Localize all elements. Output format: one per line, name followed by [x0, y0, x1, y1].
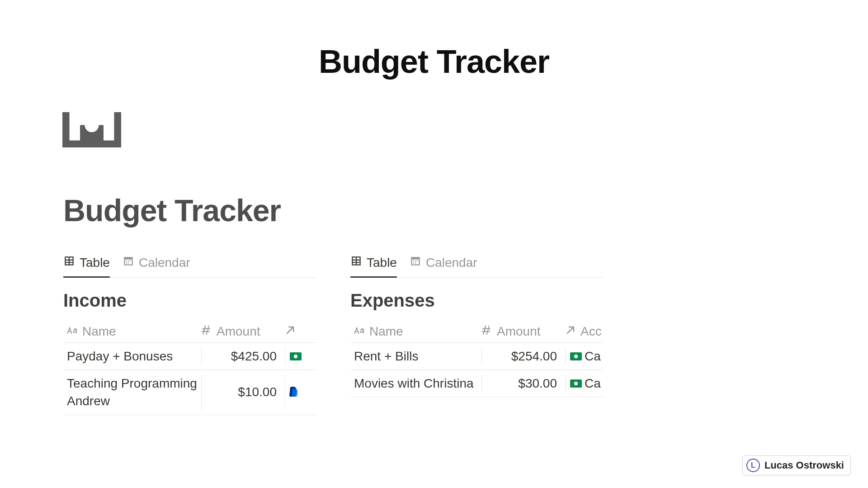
expenses-col-name[interactable]: Name [350, 324, 481, 339]
inbox-icon [62, 109, 121, 150]
page-icon[interactable] [62, 109, 868, 152]
page-title[interactable]: Budget Tracker [63, 193, 868, 228]
expenses-col-acc[interactable]: Acc [565, 324, 604, 339]
avatar: L [746, 459, 760, 472]
user-badge[interactable]: L Lucas Ostrowski [742, 455, 851, 475]
income-section-title: Income [63, 290, 316, 311]
income-row1-name: Teaching Programming Andrew [63, 374, 201, 410]
text-prop-icon [67, 324, 78, 339]
expenses-row1-name: Movies with Christina [350, 374, 481, 392]
income-row1-acc [285, 374, 316, 410]
main-title: Budget Tracker [0, 43, 868, 80]
income-header-row: Name Amount [63, 321, 316, 343]
text-prop-icon [354, 324, 365, 339]
number-prop-icon [201, 324, 212, 339]
table-row[interactable]: Teaching Programming Andrew $10.00 [63, 370, 316, 415]
income-block: Table Calendar Income Name [63, 255, 316, 415]
calendar-icon [410, 255, 421, 270]
income-view-tabs: Table Calendar [63, 255, 316, 278]
table-row[interactable]: Payday + Bonuses $425.00 [63, 343, 316, 370]
expenses-table: Name Amount Acc Rent + Bills $254. [350, 321, 604, 397]
expenses-row0-acc: Ca [565, 347, 604, 365]
expenses-view-tabs: Table Calendar [350, 255, 604, 278]
tab-calendar-label: Calendar [426, 256, 477, 270]
income-col-name[interactable]: Name [63, 324, 201, 339]
expenses-col-amount-label: Amount [497, 324, 541, 339]
expenses-col-amount[interactable]: Amount [481, 324, 565, 339]
expenses-col-acc-label: Acc [580, 324, 602, 339]
expenses-row0-name: Rent + Bills [350, 347, 481, 365]
tab-table[interactable]: Table [350, 255, 397, 278]
calendar-icon [123, 255, 134, 270]
table-row[interactable]: Movies with Christina $30.00 Ca [350, 370, 604, 397]
tab-table-label: Table [367, 256, 397, 270]
income-col-acc[interactable] [285, 324, 316, 339]
expenses-block: Table Calendar Expenses Name [350, 255, 604, 415]
tab-calendar-label: Calendar [139, 256, 190, 270]
expenses-col-name-label: Name [369, 324, 403, 339]
user-name-label: Lucas Ostrowski [764, 460, 844, 471]
paypal-icon [290, 387, 298, 398]
tab-calendar[interactable]: Calendar [410, 255, 477, 278]
cash-icon [570, 379, 582, 388]
cash-icon [570, 352, 582, 360]
income-table: Name Amount Payday + Bonuses $425.00 [63, 321, 316, 415]
expenses-row1-amount: $30.00 [481, 374, 565, 392]
income-col-name-label: Name [82, 324, 116, 339]
income-col-amount[interactable]: Amount [201, 324, 285, 339]
income-row1-amount: $10.00 [201, 374, 285, 410]
income-row0-name: Payday + Bonuses [63, 347, 201, 365]
income-row0-acc [285, 347, 316, 365]
relation-prop-icon [285, 324, 296, 339]
table-icon [350, 255, 362, 270]
expenses-section-title: Expenses [350, 290, 604, 311]
table-icon [63, 255, 75, 270]
expenses-row1-acc: Ca [565, 374, 604, 392]
expenses-row0-amount: $254.00 [481, 347, 565, 365]
tab-calendar[interactable]: Calendar [123, 255, 190, 278]
tab-table[interactable]: Table [63, 255, 110, 278]
tab-table-label: Table [80, 256, 110, 270]
income-col-amount-label: Amount [217, 324, 260, 339]
income-row0-amount: $425.00 [201, 347, 285, 365]
table-row[interactable]: Rent + Bills $254.00 Ca [350, 343, 604, 370]
number-prop-icon [481, 324, 492, 339]
expenses-header-row: Name Amount Acc [350, 321, 604, 343]
expenses-row1-acc-label: Ca [585, 376, 601, 391]
expenses-row0-acc-label: Ca [585, 349, 601, 364]
relation-prop-icon [565, 324, 576, 339]
cash-icon [290, 352, 302, 360]
